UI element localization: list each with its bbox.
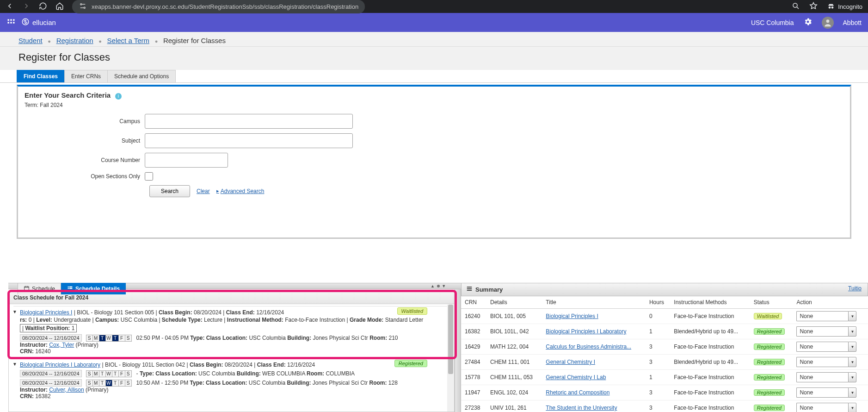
tab-schedule-details[interactable]: Schedule Details (61, 283, 126, 294)
vertical-splitter[interactable] (455, 289, 461, 412)
svg-point-1 (84, 7, 85, 8)
gear-icon[interactable] (803, 17, 813, 28)
chevron-down-icon[interactable]: ▼ (848, 403, 856, 412)
course-number-input[interactable] (145, 153, 228, 168)
col-header[interactable]: Action (793, 296, 868, 309)
cell-action: None▼ (793, 324, 868, 339)
tab-schedule-details-label: Schedule Details (75, 286, 120, 292)
campus-label: Campus (25, 118, 145, 125)
crumb-select-term[interactable]: Select a Term (107, 37, 149, 44)
col-header[interactable]: Status (750, 296, 793, 309)
advanced-search-link[interactable]: Advanced Search (216, 188, 265, 194)
tab-enter-crns[interactable]: Enter CRNs (64, 70, 108, 82)
reload-icon[interactable] (39, 2, 47, 12)
cell-crn: 27484 (461, 355, 486, 370)
col-header[interactable]: Hours (646, 296, 670, 309)
open-only-checkbox[interactable] (145, 172, 153, 181)
crumb-registration[interactable]: Registration (56, 37, 93, 44)
chevron-down-icon[interactable]: ▼ (848, 372, 856, 382)
svg-rect-17 (69, 288, 73, 289)
course-link[interactable]: Biological Principles I (546, 313, 598, 319)
chevron-down-icon[interactable]: ▼ (848, 326, 856, 337)
chevron-down-icon[interactable]: ▼ (848, 342, 856, 352)
course-title-link[interactable]: Biological Principles I Laboratory (20, 362, 100, 368)
back-icon[interactable] (6, 2, 14, 12)
schedule-details-pane: Class Schedule for Fall 2024 ▼Biological… (8, 291, 455, 412)
instructor-link[interactable]: Cox, Tyler (49, 342, 74, 348)
clear-link[interactable]: Clear (197, 188, 210, 194)
campus-input[interactable] (145, 114, 353, 129)
main-tabs: Find Classes Enter CRNs Schedule and Opt… (0, 70, 868, 83)
cell-details: CHEM 111L, 053 (486, 370, 542, 385)
action-select[interactable]: None▼ (796, 326, 856, 337)
course-link[interactable]: Calculus for Business Administra... (546, 343, 631, 350)
chevron-down-icon[interactable]: ▼ (848, 311, 856, 321)
svg-rect-19 (467, 288, 472, 289)
address-bar[interactable]: xeapps.banner-devl.proxy.oc.sc.edu/Stude… (72, 0, 365, 13)
tab-find-classes[interactable]: Find Classes (17, 70, 65, 82)
svg-rect-14 (68, 287, 69, 287)
bookmark-icon[interactable] (809, 2, 818, 12)
chevron-down-icon[interactable]: ▼ (848, 357, 856, 367)
course-link[interactable]: Rhetoric and Composition (546, 389, 609, 396)
meeting-row: 08/20/2024 -- 12/16/2024SMTWTFS02:50 PM … (20, 334, 449, 342)
crn-line: CRN: 16240 (20, 348, 449, 355)
search-icon[interactable] (792, 2, 800, 12)
svg-rect-18 (467, 287, 472, 287)
info-icon[interactable]: i (115, 93, 122, 100)
action-select[interactable]: None▼ (796, 372, 856, 382)
svg-point-4 (831, 6, 834, 9)
scrollbar[interactable] (447, 305, 454, 412)
table-row: 27484 CHEM 111, 001 General Chemistry I … (461, 355, 868, 370)
action-select[interactable]: None▼ (796, 311, 856, 321)
col-header[interactable]: Title (542, 296, 646, 309)
term-label: Term: Fall 2024 (25, 102, 843, 108)
table-row: 16429 MATH 122, 004 Calculus for Busines… (461, 339, 868, 355)
action-select[interactable]: None▼ (796, 357, 856, 367)
search-button[interactable]: Search (149, 185, 190, 197)
cell-action: None▼ (793, 400, 868, 412)
action-select[interactable]: None▼ (796, 387, 856, 398)
search-panel: Enter Your Search Criteria i Term: Fall … (17, 85, 851, 239)
user-name[interactable]: Abbott (843, 19, 862, 26)
meeting-row: 08/20/2024 -- 12/16/2024SMTWTFS- Type: C… (20, 370, 449, 377)
cell-details: MATH 122, 004 (486, 339, 542, 355)
col-header[interactable]: Instructional Methods (670, 296, 750, 309)
avatar[interactable] (822, 17, 834, 29)
course-link[interactable]: Biological Principles I Laboratory (546, 328, 626, 335)
tab-schedule[interactable]: Schedule (18, 283, 61, 294)
course-link[interactable]: General Chemistry I (546, 359, 595, 365)
days-grid: SMTWTFS (86, 380, 132, 387)
tuition-link[interactable]: Tuitio (848, 285, 862, 292)
subject-label: Subject (25, 137, 145, 144)
action-select[interactable]: None▼ (796, 342, 856, 352)
action-select[interactable]: None▼ (796, 403, 856, 412)
cell-title: Calculus for Business Administra... (542, 339, 646, 355)
meeting-row: 08/20/2024 -- 12/16/2024SMTWTFS10:50 AM … (20, 379, 449, 387)
instructor-link[interactable]: Culver, Allison (49, 387, 84, 393)
course-link[interactable]: The Student in the University (546, 405, 617, 411)
col-header[interactable]: CRN (461, 296, 486, 309)
page-title: Register for Classes (0, 47, 868, 70)
chevron-down-icon[interactable]: ▼ (848, 387, 856, 398)
cell-details: UNIV 101, 261 (486, 400, 542, 412)
site-info-icon[interactable] (79, 2, 87, 12)
collapse-icon[interactable]: ▼ (12, 309, 17, 314)
cell-status: Registered (750, 339, 793, 355)
course-link[interactable]: General Chemistry I Lab (546, 374, 606, 381)
crumb-student[interactable]: Student (18, 37, 43, 44)
tab-schedule-options[interactable]: Schedule and Options (107, 70, 176, 82)
col-header[interactable]: Details (486, 296, 542, 309)
summary-header: Summary (461, 283, 868, 296)
subject-input[interactable] (145, 133, 353, 148)
cell-method: Face-to-Face Instruction (670, 370, 750, 385)
browser-chrome: xeapps.banner-devl.proxy.oc.sc.edu/Stude… (0, 0, 868, 13)
course-title-link[interactable]: Biological Principles I (20, 309, 72, 316)
svg-point-3 (829, 6, 831, 9)
collapse-icon[interactable]: ▼ (12, 362, 17, 367)
svg-rect-16 (68, 288, 69, 289)
apps-icon[interactable] (6, 18, 16, 27)
instructor-line: Instructor: Culver, Allison (Primary) (20, 387, 449, 393)
forward-icon[interactable] (22, 2, 31, 12)
home-icon[interactable] (55, 2, 64, 12)
